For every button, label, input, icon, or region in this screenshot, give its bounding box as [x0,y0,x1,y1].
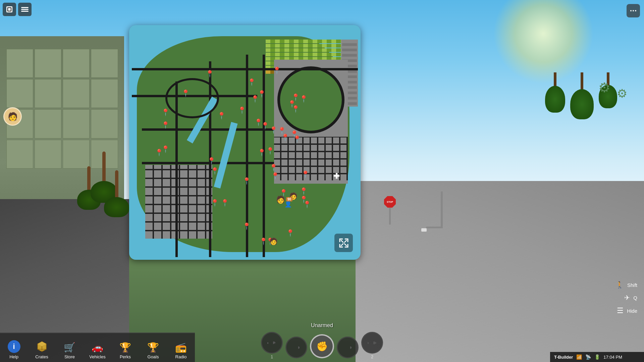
map-inner: 📍 📍 📍 📍 📍 📍 📍 📍 📍 📍 📍 📍 📍 📍 📍 📍 📍 📍 📍 📍 … [132,28,358,257]
window [63,79,90,108]
hud-bottom: i Help Crates 🛒 Stor [0,333,644,362]
keybind-hide[interactable]: ☰ Hide [617,306,637,315]
weapon-slot-4-circle[interactable] [337,337,359,358]
hud-perks-button[interactable]: 🏆 Perks [111,333,139,362]
map-character-4: 🧑 [269,237,278,245]
lines-icon: ☰ [617,306,624,315]
crates-label: Crates [35,354,48,359]
map-level-badge: 90 [286,197,292,201]
stop-sign-octagon: STOP [384,196,396,208]
gun-silhouette-1 [267,340,277,346]
map-pin-blue-12: 📍 [243,222,251,230]
compress-icon [338,238,349,248]
map-pin-orange-6: 📍 [211,167,219,175]
weapon-slot-1-label: 1 [271,355,273,359]
window [6,49,33,78]
windmill-2: ⚙ [617,87,627,100]
map-character-1: 🧑 [276,195,285,204]
map-pin-green-4: 📍 [300,95,308,103]
gun-silhouette-3 [343,344,353,351]
hud-items-container: i Help Crates 🛒 Stor [0,333,195,362]
weapon-slot-2 [285,337,307,359]
shift-label: Shift [627,282,637,288]
svg-rect-4 [21,9,29,10]
game-background: STOP ⚙ ⚙ 🧑 [0,0,644,362]
svg-rect-5 [21,11,29,12]
svg-point-8 [635,10,636,11]
map-urban-right [274,60,348,184]
battery-icon: 🔋 [594,354,600,360]
tree-right-1 [545,72,565,119]
dots-icon [630,7,637,14]
map-pin-green-3: 📍 [290,130,299,138]
hud-goals-button[interactable]: 🏆 Goals [139,333,167,362]
keybind-shift: 🚶 Shift [615,281,637,289]
map-pin-orange-7: 📍 [211,199,219,207]
settings-button[interactable] [627,4,640,17]
stop-sign: STOP [384,196,396,225]
goals-icon: 🏆 [147,342,159,353]
hud-vehicles-button[interactable]: 🚗 Vehicles [84,333,111,362]
gun-silhouette-4 [367,340,377,346]
map-pin-red-2: 📍 [291,105,300,113]
hud-store-button[interactable]: 🛒 Store [56,333,84,362]
window [63,140,90,169]
fly-icon: ✈ [624,294,630,302]
weapon-slot-1-circle[interactable] [261,332,283,354]
map-pin-blue-1: 📍 [206,70,214,78]
map-pin-orange-1: 📍 [273,66,281,74]
window [35,109,61,138]
roblox-logo-icon [6,6,13,13]
hud-help-button[interactable]: i Help [0,333,28,362]
roblox-home-button[interactable] [3,3,16,16]
map-urban-left [145,165,212,239]
map-pin-yellow-7: 📍 [269,164,278,172]
menu-button[interactable] [18,3,32,16]
weapon-slot-5-label: 2 [371,355,373,359]
unarmed-label: Unarmed [311,322,333,328]
window [63,109,90,138]
weapon-slots-container: 1 ✊ [261,332,383,359]
weapon-slot-1: 1 [261,332,283,359]
weapon-slot-5: 2 [361,332,383,359]
t-builder-badge: T-Builder [554,355,573,360]
map-pin-orange-4: 📍 [281,133,289,141]
map-pin-blue-6: 📍 [161,145,170,153]
map-pin-purple-1: 📍 [207,157,216,165]
window [6,79,33,108]
hud-crates-button[interactable]: Crates [28,333,56,362]
weapon-slot-2-circle[interactable] [285,337,307,358]
window [6,140,33,169]
map-race-track [165,78,219,118]
weapon-slot-3-circle[interactable]: ✊ [310,334,334,358]
hide-label: Hide [627,308,637,314]
clock: 17:04 PM [603,355,622,360]
q-label: Q [633,295,637,301]
map-cross-icon: ✚ [333,172,339,181]
window [63,49,90,78]
sun-glow [493,0,594,84]
svg-point-6 [630,10,632,11]
window [91,79,118,108]
compress-map-button[interactable] [334,234,353,252]
map-pin-yellow-11: 📍 [303,200,311,208]
radio-icon: 📻 [175,342,187,353]
player-avatar: 🧑 [3,107,22,126]
map-container: 📍 📍 📍 📍 📍 📍 📍 📍 📍 📍 📍 📍 📍 📍 📍 📍 📍 📍 📍 📍 … [129,25,361,260]
status-bar: T-Builder 📶 📡 🔋 17:04 PM [550,352,644,362]
windmill: ⚙ [598,80,610,95]
map-pin-yellow-6: 📍 [266,147,274,155]
signal-icon: 📡 [585,354,591,360]
help-label: Help [9,354,18,359]
menu-icon [21,6,29,13]
hud-radio-button[interactable]: 📻 Radio [167,333,195,362]
walk-icon: 🚶 [615,281,624,289]
map-road-horizontal-1 [132,68,358,70]
street-lamp [441,191,443,232]
radio-label: Radio [175,354,187,359]
map-pin-blue-10: 📍 [301,170,310,178]
map-pin-yellow-5: 📍 [261,122,269,130]
svg-rect-13 [368,342,369,344]
weapon-slot-5-circle[interactable] [361,332,383,354]
window [35,79,61,108]
